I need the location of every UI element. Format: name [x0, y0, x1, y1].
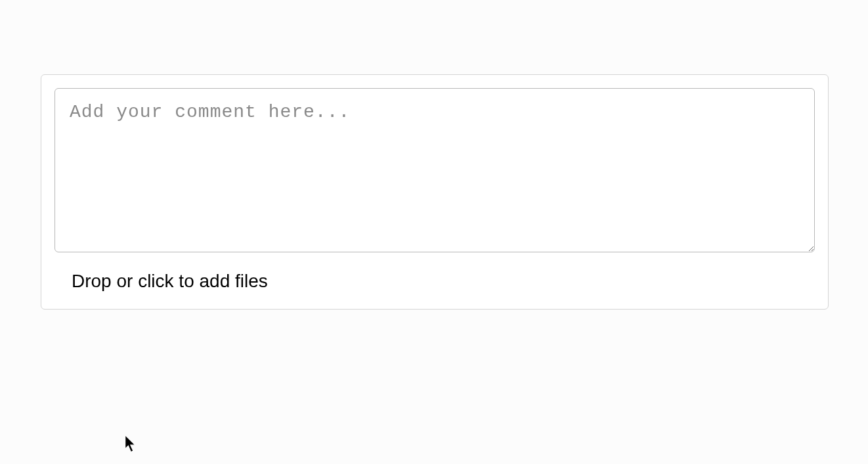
cursor-icon [125, 435, 138, 453]
file-dropzone[interactable]: Drop or click to add files [54, 264, 815, 296]
file-dropzone-label: Drop or click to add files [72, 271, 268, 291]
comment-input[interactable] [54, 88, 815, 252]
comment-card: Drop or click to add files [41, 74, 829, 310]
